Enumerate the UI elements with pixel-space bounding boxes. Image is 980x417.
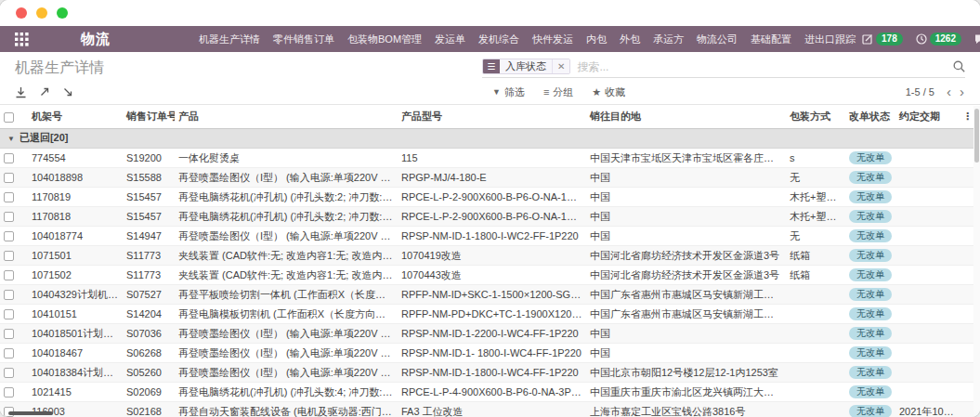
cell-model: RPCE-L-P-4-900X600-B-P6-0-NA-3P380 xyxy=(398,383,586,402)
cell-destination: 中国 xyxy=(586,188,786,207)
cell-model: 115 xyxy=(398,149,586,168)
menu-item[interactable]: 包装物BOM管理 xyxy=(341,33,428,46)
row-checkbox[interactable] xyxy=(4,309,14,319)
horizontal-scrollbar-thumb[interactable] xyxy=(8,411,53,415)
cell-order: S14204 xyxy=(123,305,175,324)
column-header-packaging[interactable]: 包装方式 xyxy=(786,105,845,129)
window-zoom-button[interactable] xyxy=(57,7,68,19)
collapse-icon[interactable] xyxy=(62,86,73,98)
row-checkbox[interactable] xyxy=(4,387,14,397)
window-close-button[interactable] xyxy=(16,7,27,19)
filter-button[interactable]: ▼ 筛选 xyxy=(492,85,525,99)
optional-columns-icon[interactable]: ⋮ xyxy=(959,105,973,129)
activities-badge[interactable]: 1262 xyxy=(916,33,961,46)
cell-date xyxy=(895,188,959,207)
column-header-status[interactable]: 改单状态 xyxy=(845,105,895,129)
menu-item[interactable]: 发机综合 xyxy=(472,33,526,46)
cell-destination: 中国河北省廊坊经济技术开发区金源道3号 xyxy=(586,266,786,285)
select-all-header[interactable] xyxy=(0,105,28,129)
row-checkbox[interactable] xyxy=(4,231,14,241)
messages-badge[interactable]: 95786 xyxy=(974,33,980,46)
row-checkbox[interactable] xyxy=(4,173,14,183)
cell-model: RPSP-NM-ID-1-1800-I-WC2-FF-1P220 xyxy=(398,227,586,246)
cell-destination: 中国广东省惠州市惠城区马安镇新湖工业区70号 xyxy=(586,285,786,305)
table-row[interactable]: 1071501 S11773 夹线装置 (CAD软件:无; 改造内容1:无; 改… xyxy=(0,246,973,266)
cell-model: RPFP-NM-ID+SKC-1-1500×1200-SGAF-WC2+K-AF… xyxy=(398,285,586,305)
menu-item[interactable]: 承运方 xyxy=(647,33,690,46)
table-row[interactable]: 10410151 S14204 再登电脑模板切割机 (工作面积X（长度方向）*Y… xyxy=(0,305,973,324)
cell-date xyxy=(895,305,959,324)
search-input[interactable] xyxy=(570,60,953,73)
table-row[interactable]: 1071502 S11773 夹线装置 (CAD软件:无; 改造内容1:无; 改… xyxy=(0,266,973,285)
export-icon[interactable] xyxy=(15,86,27,98)
table-row[interactable]: 104018774 S14947 再登喷墨绘图仪（I型） (输入电源:单项220… xyxy=(0,227,973,246)
column-header-order[interactable]: 销售订单号 xyxy=(123,105,175,129)
table-row[interactable]: 116003 S02168 再登自动天窗装配线设备 (电机及驱动器:西门子; 操… xyxy=(0,402,973,417)
vertical-scrollbar[interactable] xyxy=(973,106,980,417)
group-row-open[interactable]: ▼已退回[20] xyxy=(0,129,973,149)
facet-remove-icon[interactable]: ✕ xyxy=(552,59,569,73)
table-row[interactable]: 10404329计划机转销售 S07527 再登平板喷绘切割一体机 (工作面积X… xyxy=(0,285,973,305)
table-row[interactable]: 104018898 S15588 再登喷墨绘图仪（I型） (输入电源:单项220… xyxy=(0,168,973,188)
column-header-model[interactable]: 产品型号 xyxy=(398,105,586,129)
app-name[interactable]: 物流 xyxy=(81,31,111,48)
pager-next-icon[interactable]: › xyxy=(957,86,967,98)
menu-item[interactable]: 内包 xyxy=(580,33,613,46)
status-badge: 无改单 xyxy=(849,366,892,379)
cell-order: S15457 xyxy=(123,207,175,227)
table-row[interactable]: 1170818 S15457 再登电脑绣花机(冲孔机) (冲孔头数:2; 冲刀数… xyxy=(0,207,973,227)
favorites-button[interactable]: ★ 收藏 xyxy=(592,85,625,99)
window-minimize-button[interactable] xyxy=(36,7,47,19)
status-badge: 无改单 xyxy=(849,327,892,340)
search-icon[interactable] xyxy=(953,60,965,72)
select-all-checkbox[interactable] xyxy=(4,112,14,123)
cell-product: 再登喷墨绘图仪（I型） (输入电源:单项220V 50/60HZ; 电源插头:国… xyxy=(175,344,398,363)
column-header-destination[interactable]: 销往目的地 xyxy=(586,105,786,129)
cell-date xyxy=(895,246,959,266)
table-row[interactable]: 104018501计划机转销... S07036 再登喷墨绘图仪（I型） (输入… xyxy=(0,324,973,344)
vertical-scrollbar-thumb[interactable] xyxy=(974,109,979,163)
menu-item[interactable]: 快件发运 xyxy=(526,33,580,46)
cell-product: 再登喷墨绘图仪（I型） (输入电源:单项220V 50/60HZ; 电源插头:国… xyxy=(175,324,398,344)
cell-status: 无改单 xyxy=(845,168,895,188)
apps-grid-icon[interactable] xyxy=(11,33,33,46)
pager-previous-icon[interactable]: ‹ xyxy=(944,86,954,98)
menu-item[interactable]: 进出口跟踪 xyxy=(798,33,862,46)
cell-order: S07036 xyxy=(123,324,175,344)
menu-item[interactable]: 零件销售订单 xyxy=(267,33,341,46)
row-checkbox[interactable] xyxy=(4,270,14,280)
table-row[interactable]: 1021415 S02069 再登电脑绣花机(冲孔机) (冲孔头数:4; 冲刀数… xyxy=(0,383,973,402)
row-checkbox[interactable] xyxy=(4,329,14,339)
groupby-button[interactable]: ≡ 分组 xyxy=(543,85,573,99)
cell-order: S19200 xyxy=(123,149,175,168)
row-checkbox[interactable] xyxy=(4,251,14,261)
cell-product: 再登电脑绣花机(冲孔机) (冲孔头数:2; 冲刀数:6; 主轴:伺服（默认）; … xyxy=(175,207,398,227)
table-row[interactable]: 104018384计划机转销... S05260 再登喷墨绘图仪（I型） (输入… xyxy=(0,363,973,383)
menu-item[interactable]: 外包 xyxy=(613,33,647,46)
menu-item[interactable]: 物流公司 xyxy=(690,33,744,46)
table-row[interactable]: 1170819 S15457 再登电脑绣花机(冲孔机) (冲孔头数:2; 冲刀数… xyxy=(0,188,973,207)
row-checkbox[interactable] xyxy=(4,290,14,300)
navbar-systray: 178 1262 95786 Administrator xyxy=(862,32,980,47)
row-checkbox[interactable] xyxy=(4,192,14,202)
menu-item[interactable]: 机器生产详情 xyxy=(192,33,267,46)
notes-badge[interactable]: 178 xyxy=(862,33,903,46)
column-header-frame[interactable]: 机架号 xyxy=(28,105,123,129)
column-header-date[interactable]: 约定交期 xyxy=(895,105,959,129)
table-row[interactable]: 774554 S19200 一体化熨烫桌 115 中国天津市宝坻区天津市宝坻区霍… xyxy=(0,149,973,168)
expand-icon[interactable] xyxy=(39,86,50,98)
row-checkbox[interactable] xyxy=(4,368,14,378)
status-badge: 无改单 xyxy=(849,229,892,242)
menu-item[interactable]: 发运单 xyxy=(428,33,472,46)
control-panel-bottom: ▼ 筛选 ≡ 分组 ★ 收藏 1-5 / 5 ‹ › xyxy=(0,82,980,104)
row-checkbox[interactable] xyxy=(4,212,14,222)
row-checkbox[interactable] xyxy=(4,348,14,358)
column-header-product[interactable]: 产品 xyxy=(175,105,398,129)
cell-packaging xyxy=(786,305,845,324)
cell-product: 夹线装置 (CAD软件:无; 改造内容1:无; 改造内容2:无; 改造内容3:无… xyxy=(175,246,398,266)
cell-status: 无改单 xyxy=(845,324,895,344)
menu-item[interactable]: 基础配置 xyxy=(744,33,798,46)
row-checkbox[interactable] xyxy=(4,153,14,163)
table-row[interactable]: 104018467 S06268 再登喷墨绘图仪（I型） (输入电源:单项220… xyxy=(0,344,973,363)
cell-model: FA3 工位改造 xyxy=(398,402,586,417)
